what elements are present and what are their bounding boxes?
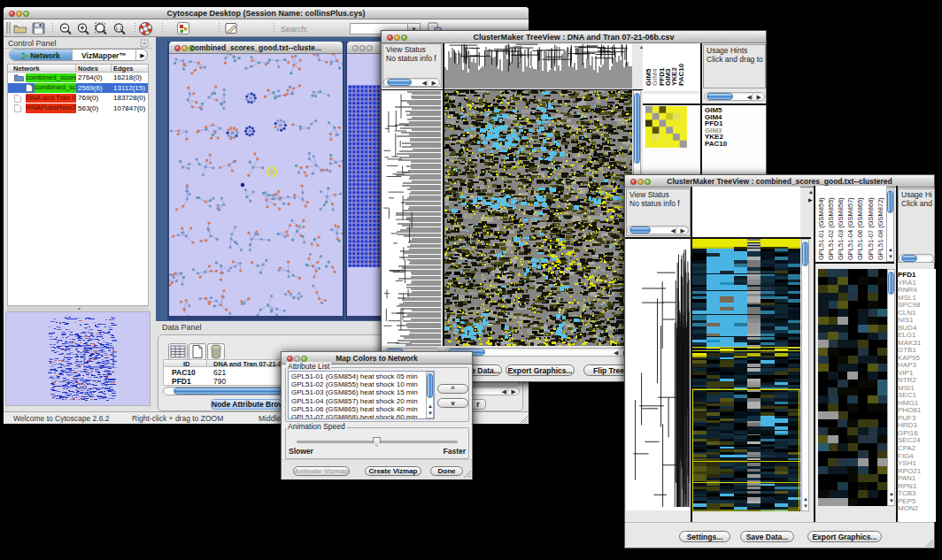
svg-text:1:1: 1:1 (116, 25, 122, 30)
